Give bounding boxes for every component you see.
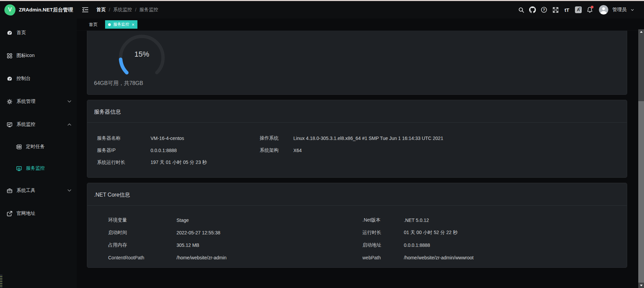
vertical-scrollbar[interactable] [638, 29, 644, 288]
gear-icon [7, 99, 12, 105]
chevron-up-icon [67, 123, 71, 126]
sidebar-item[interactable]: 官网地址 [0, 202, 77, 225]
field-value: .NET 5.0.12 [404, 214, 620, 226]
sidebar-fold-icon[interactable] [80, 5, 90, 15]
sidebar-item[interactable]: 服务监控 [0, 157, 77, 179]
sidebar-item[interactable]: 控制台 [0, 67, 77, 90]
field-label: webPath [362, 251, 404, 264]
sidebar-item-label: 官网地址 [17, 210, 35, 217]
close-icon[interactable]: × [132, 22, 134, 27]
current-user[interactable]: 管理员 [612, 7, 626, 13]
app-logo: V [4, 4, 15, 16]
field-value: VM-16-4-centos [151, 132, 260, 144]
field-value: Linux 4.18.0-305.3.1.el8.x86_64 #1 SMP T… [293, 132, 620, 144]
chart-monitor-icon [16, 166, 22, 171]
toolbox-icon [7, 188, 12, 194]
field-value: 0.0.0.1:8888 [404, 239, 620, 251]
sidebar-item-label: 服务监控 [26, 165, 45, 171]
sidebar-item[interactable]: 系统管理 [0, 90, 77, 113]
field-label: 启动时间 [108, 226, 176, 239]
sidebar-item-label: 系统监控 [17, 121, 35, 127]
sidebar-item[interactable]: 首页 [0, 21, 77, 44]
dashboard-icon [7, 76, 12, 82]
sidebar-item-label: 定时任务 [26, 144, 45, 150]
field-value [293, 156, 620, 169]
field-label: .Net版本 [362, 214, 404, 226]
sidebar-item[interactable]: 系统工具 [0, 179, 77, 202]
tab-inactive[interactable]: 首页 [89, 22, 98, 28]
github-icon[interactable] [527, 5, 538, 15]
scrollbar-down-arrow[interactable] [638, 283, 644, 288]
field-value: /home/website/zr-admin/wwwroot [404, 251, 620, 264]
field-value: 2022-05-27 12:55:38 [176, 226, 362, 239]
app-header: V ZRAdmin.NET后台管理 首页/系统监控/服务监控 ? tT [0, 1, 644, 19]
field-label: 环境变量 [108, 214, 176, 226]
card-title: .NET Core信息 [87, 183, 627, 206]
logo-area[interactable]: V ZRAdmin.NET后台管理 [0, 4, 77, 16]
field-label: 系统架构 [260, 144, 293, 156]
notification-badge [591, 6, 593, 8]
field-value: Stage [176, 214, 362, 226]
header-actions: ? tT A 文 管理员 [516, 5, 644, 15]
server-info-card: 服务器信息 服务器名称VM-16-4-centos操作系统Linux 4.18.… [87, 100, 627, 178]
app-title: ZRAdmin.NET后台管理 [19, 7, 73, 13]
disk-gauge-card: 15% 64GB可用，共78GB [87, 31, 627, 95]
sidebar-item-label: 图标icon [17, 53, 35, 59]
sidebar-item[interactable]: 定时任务 [0, 136, 77, 157]
field-label: ContentRootPath [108, 251, 176, 264]
disk-usage-gauge: 15% [113, 32, 170, 81]
fullscreen-icon[interactable] [550, 5, 560, 15]
main-panel: 首页服务监控× 15% 64GB可用，共78GB 服务器信息 服务器名称VM-1… [77, 19, 644, 288]
field-label: 服务器IP [97, 144, 151, 156]
translate-icon-glyph: A 文 [575, 6, 582, 13]
help-icon[interactable]: ? [539, 5, 549, 15]
field-value: /home/website/zr-admin [176, 251, 362, 264]
tab-bar: 首页服务监控× [77, 19, 644, 31]
field-label: 启动地址 [362, 239, 404, 251]
breadcrumb-item[interactable]: 首页 [96, 7, 106, 13]
search-icon[interactable] [516, 5, 526, 15]
translate-icon[interactable]: A 文 [573, 5, 583, 15]
avatar[interactable] [599, 5, 608, 15]
sidebar-menu: 首页图标icon控制台系统管理系统监控定时任务服务监控系统工具官网地址 [0, 19, 77, 288]
sidebar-item-label: 控制台 [17, 76, 31, 82]
field-label: 操作系统 [260, 132, 293, 144]
task-timer-icon [16, 144, 22, 150]
server-info-grid: 服务器名称VM-16-4-centos操作系统Linux 4.18.0-305.… [87, 123, 627, 177]
tab-label: 服务监控 [113, 22, 129, 27]
sidebar-item-label: 首页 [17, 30, 26, 36]
field-value: 305.12 MB [176, 239, 362, 251]
scrollbar-up-arrow[interactable] [638, 29, 644, 34]
page: { "app": { "title": "ZRAdmin.NET后台管理", "… [0, 0, 644, 288]
gauge-value-label: 15% [134, 50, 149, 58]
active-tab-dot [108, 23, 111, 26]
sidebar-item-label: 系统工具 [17, 188, 35, 194]
external-link-icon [7, 211, 12, 217]
monitor-icon [7, 122, 12, 127]
bell-icon[interactable] [585, 5, 595, 15]
chevron-down-icon[interactable] [629, 5, 635, 15]
logo-letter: V [8, 6, 12, 13]
card-title: 服务器信息 [87, 100, 627, 123]
sidebar-item[interactable]: 系统监控 [0, 113, 77, 136]
breadcrumb-item[interactable]: 服务监控 [139, 7, 158, 13]
sidebar-item-label: 系统管理 [17, 98, 35, 105]
grid-icon [7, 53, 12, 59]
sidebar-item[interactable]: 图标icon [0, 44, 77, 67]
tab-active[interactable]: 服务监控× [105, 20, 137, 29]
scrollbar-thumb[interactable] [638, 101, 644, 283]
field-label: 服务器名称 [97, 132, 151, 144]
field-value: 0.0.0.1:8888 [151, 144, 260, 156]
breadcrumb-item[interactable]: 系统监控 [113, 7, 132, 13]
gauge-progress [121, 59, 127, 73]
field-label: 系统运行时长 [97, 156, 151, 169]
breadcrumb-separator: / [135, 7, 136, 12]
background-window-sliver [0, 275, 2, 288]
dotnet-info-grid: 环境变量Stage.Net版本.NET 5.0.12启动时间2022-05-27… [87, 206, 627, 267]
font-size-icon[interactable]: tT [562, 5, 572, 15]
field-label: 占用内存 [108, 239, 176, 251]
svg-text:?: ? [543, 8, 545, 12]
dotnet-info-card: .NET Core信息 环境变量Stage.Net版本.NET 5.0.12启动… [87, 183, 627, 268]
chevron-down-icon [67, 100, 71, 103]
field-value: 197 天 01 小时 05 分 23 秒 [151, 156, 260, 169]
